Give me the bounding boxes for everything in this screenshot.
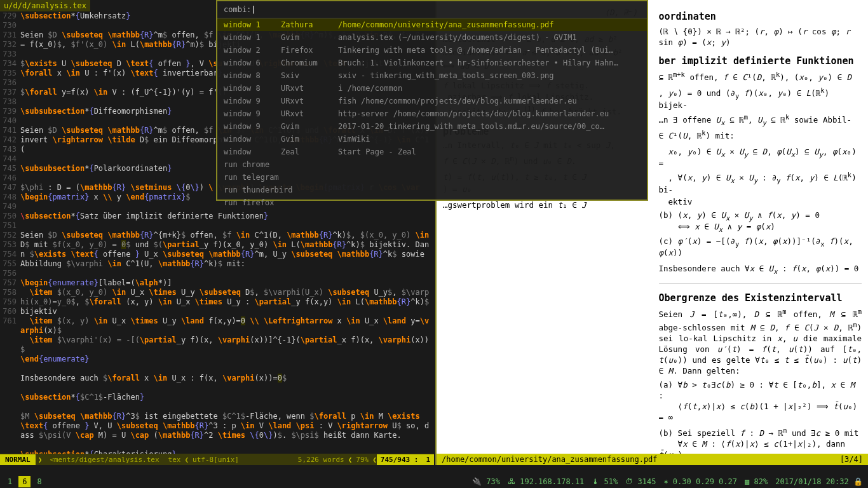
rofi-cursor: | xyxy=(251,5,255,14)
code-line[interactable]: \item $(x_0, y_0) \in U_x \times U_y \su… xyxy=(20,288,433,316)
pdf-path: /home/common/university/ana_zusammenfass… xyxy=(442,455,658,464)
code-line[interactable] xyxy=(20,440,433,450)
code-line[interactable]: Seien $D \subseteq \mathbb{R}^{m+k}$ off… xyxy=(20,231,433,269)
rofi-entry[interactable]: windowZealStart Page - Zeal xyxy=(217,146,647,158)
rofi-window-switcher[interactable]: combi:| window 1Zathura/home/common/univ… xyxy=(216,0,648,201)
rofi-entry[interactable]: window 9URxvtfish /home/common/projects/… xyxy=(217,95,647,107)
zathura-statusbar: /home/common/university/ana_zusammenfass… xyxy=(437,454,868,465)
vim-position: 745/943 : xyxy=(377,454,423,465)
rofi-entry[interactable]: run chrome xyxy=(217,158,647,171)
battery-widget: 🔌 73% xyxy=(472,477,500,486)
code-line[interactable]: \item $(x, y) \in U_x \times U_y \land f… xyxy=(20,316,433,336)
tachometer-icon: ⏱ xyxy=(625,477,633,486)
workspace-8[interactable]: 8 xyxy=(33,476,45,487)
vim-filetype: tex xyxy=(165,454,185,465)
code-line[interactable] xyxy=(20,269,433,278)
vim-wordcount: 5,226 words xyxy=(294,454,348,465)
rofi-entry[interactable]: windowGvimVimWiki xyxy=(217,133,647,146)
rofi-entry[interactable]: window 9URxvthttp-server /home/common/pr… xyxy=(217,107,647,120)
workspace-list[interactable]: 168 xyxy=(0,476,50,487)
code-line[interactable]: \end{enumerate} xyxy=(20,355,433,364)
sensors-widget: ✶ 0.30 0.29 0.27 xyxy=(663,477,737,486)
vim-statusline: NORMAL ❯ <ments/digest/analysis.tex tex … xyxy=(0,454,434,465)
rofi-entry[interactable]: run firefox xyxy=(217,196,647,209)
code-line[interactable]: \begin{enumerate}[label=(\alph*)] xyxy=(20,278,433,288)
workspace-6[interactable]: 6 xyxy=(18,476,31,487)
lock-icon: 🔒 xyxy=(853,477,863,486)
plug-icon: 🔌 xyxy=(472,477,482,486)
code-line[interactable] xyxy=(20,221,433,231)
rofi-entry[interactable]: run thunderbird xyxy=(217,184,647,196)
status-widgets: 🔌 73% 🖧 192.168.178.11 🌡 51% ⏱ 3145 ✶ 0.… xyxy=(467,477,868,486)
vim-column: 1 xyxy=(422,454,434,465)
rofi-prompt[interactable]: combi:| xyxy=(217,1,647,18)
network-icon: 🖧 xyxy=(508,477,515,486)
vim-filename: <ments/digest/analysis.tex xyxy=(44,454,164,465)
rofi-entry[interactable]: window 1Gvimanalysis.tex (~/university/d… xyxy=(217,31,647,44)
vim-percent: 79% xyxy=(352,454,372,465)
code-line[interactable] xyxy=(20,402,433,412)
vim-tab[interactable]: u/d/d/analysis.tex xyxy=(0,0,90,11)
workspace-1[interactable]: 1 xyxy=(4,476,16,487)
code-line[interactable]: Insbesondere auch $\forall x \in U_x : f… xyxy=(20,374,433,383)
vim-mode: NORMAL xyxy=(0,454,36,465)
code-line[interactable] xyxy=(20,364,433,374)
rofi-entry[interactable]: run telegram xyxy=(217,171,647,184)
rofi-entry[interactable]: window 6ChromiumBruch: 1. Violinkonzert … xyxy=(217,57,647,69)
rofi-entry[interactable]: window 8URxvti /home/common xyxy=(217,82,647,95)
network-widget: 🖧 192.168.178.11 xyxy=(508,477,584,486)
rofi-entry[interactable]: window 8Sxivsxiv - tinkering_with_meta_t… xyxy=(217,69,647,82)
rofi-entry[interactable]: window 2FirefoxTinkering with meta tools… xyxy=(217,44,647,57)
cpu-widget: 🌡 51% xyxy=(592,477,618,486)
pdf-page: [3/4] xyxy=(840,455,863,464)
datetime-widget: 2017/01/18 20:32 🔒 xyxy=(775,477,863,486)
memory-widget: ▦ 82% xyxy=(745,477,768,486)
code-line[interactable]: $M \subseteq \mathbb{R}^3$ ist eingebett… xyxy=(20,412,433,440)
code-line[interactable] xyxy=(20,383,433,393)
rofi-entry[interactable]: window 1Zathura/home/common/university/a… xyxy=(217,18,647,31)
code-line[interactable]: \subsection*{$C^1$-Flächen} xyxy=(20,393,433,402)
thermometer-icon: 🌡 xyxy=(592,477,599,486)
vim-encoding: utf-8[unix] xyxy=(189,454,243,465)
rofi-entry[interactable]: window 9Gvim2017-01-20_tinkering_with_me… xyxy=(217,120,647,133)
rofi-list[interactable]: window 1Zathura/home/common/university/a… xyxy=(217,18,647,209)
line-numbers: 7297307317327337347357367377387397407417… xyxy=(0,11,19,326)
status-bar: 168 🔌 73% 🖧 192.168.178.11 🌡 51% ⏱ 3145 … xyxy=(0,475,868,488)
code-line[interactable]: \item $\varphi'(x) = -[(\partial_y f)(x,… xyxy=(20,336,433,355)
load-widget: ⏱ 3145 xyxy=(625,477,656,486)
pdf-column-right: oordinaten(ℝ ∖ {0}) × ℝ → ℝ²; (r, φ) ↦ (… xyxy=(653,0,869,454)
code-line[interactable]: \subsection*{Satz über implizit definier… xyxy=(20,212,433,221)
chip-icon: ▦ xyxy=(745,477,749,486)
